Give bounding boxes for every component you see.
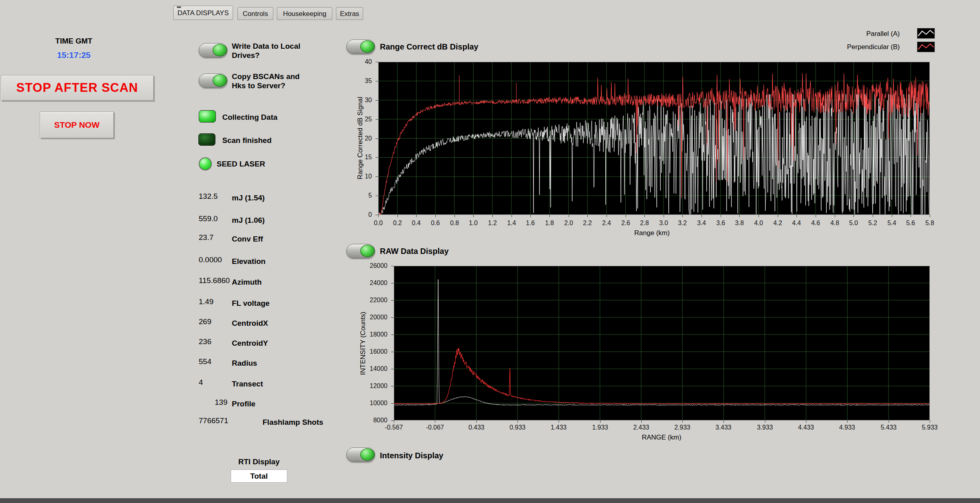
readout-label-centroidy: CentroidY: [232, 339, 268, 348]
readout-value-flashlamp-shots: 7766571: [199, 416, 232, 425]
x-tick-mark: [378, 215, 379, 217]
intensity-display-title: Intensity Display: [380, 451, 443, 460]
raw-data-plot: [394, 266, 930, 420]
x-tick-mark: [435, 215, 436, 217]
y-tick-mark: [391, 420, 394, 421]
readout-value-azimuth: 115.6860: [199, 276, 232, 285]
y-tick-mark: [375, 196, 378, 196]
x-tick-mark: [778, 215, 778, 217]
toggle-write-data-to-local-drives[interactable]: [199, 43, 227, 57]
readout-label-elevation: Elevation: [232, 257, 265, 266]
y-tick-label: 10: [344, 173, 372, 180]
x-tick-mark: [394, 420, 394, 423]
x-tick-label: 5.933: [916, 424, 944, 431]
toggle-range-correct-db-display[interactable]: [346, 40, 375, 54]
toggle-raw-data-display[interactable]: [346, 244, 375, 258]
tab-extras[interactable]: Extras: [336, 7, 363, 20]
range-correct-db-title: Range Correct dB Display: [380, 42, 478, 51]
x-tick-label: 4.933: [833, 424, 861, 431]
x-tick-label: 5.433: [875, 424, 903, 431]
readout-value-elevation: 0.0000: [199, 255, 232, 264]
y-tick-mark: [375, 100, 378, 101]
x-tick-label: 4.433: [792, 424, 820, 431]
x-tick-label: 0.933: [504, 424, 531, 431]
toggle-label-copy-bscans-and-hks-to-server: Copy BSCANs and Hks to Server?: [232, 72, 314, 90]
x-tick-mark: [721, 215, 721, 217]
y-tick-label: 10000: [360, 400, 387, 407]
tab-data-displays[interactable]: DATA DISPLAYS: [173, 6, 233, 20]
x-tick-mark: [530, 215, 531, 217]
toggle-range-correct-db-display-knob: [360, 40, 375, 53]
rti-display-label: RTI Display: [223, 457, 295, 466]
readout-value-profile: 139: [199, 398, 227, 407]
x-tick-mark: [806, 420, 806, 423]
parallel-line-sample-icon: [917, 28, 935, 38]
x-tick-mark: [454, 215, 455, 217]
x-tick-mark: [607, 215, 607, 217]
readout-label-radius: Radius: [232, 359, 257, 368]
toggle-label-write-data-to-local-drives: Write Data to Local Drives?: [232, 42, 314, 60]
perpendicular-line-sample-icon: [917, 42, 935, 52]
tab-controls[interactable]: Controls: [237, 7, 273, 20]
y-tick-label: 22000: [360, 297, 387, 304]
readout-value-centroidx: 269: [199, 317, 232, 326]
tab-label: Controls: [243, 10, 268, 18]
x-tick-mark: [397, 215, 398, 217]
chart1-x-axis-title: Range (km): [634, 229, 670, 237]
time-gmt-label: TIME GMT: [40, 37, 108, 46]
stop-after-scan-button[interactable]: STOP AFTER SCAN: [1, 75, 154, 101]
readout-label-flashlamp-shots: Flashlamp Shots: [263, 418, 323, 427]
readout-label-mj-1-06: mJ (1.06): [232, 216, 265, 225]
toggle-intensity-display[interactable]: [346, 448, 375, 462]
legend-parallel-a-swatch: [917, 28, 935, 39]
x-tick-mark: [416, 215, 417, 217]
x-tick-label: 0.433: [462, 424, 490, 431]
x-tick-mark: [765, 420, 765, 423]
x-tick-mark: [664, 215, 664, 217]
readout-label-transect: Transect: [232, 380, 263, 388]
y-tick-label: 15: [344, 154, 372, 161]
legend-perpendicular-b-label: Perpendicular (B): [812, 43, 900, 51]
x-tick-label: -0.567: [380, 424, 408, 431]
x-tick-mark: [587, 215, 588, 217]
y-tick-mark: [375, 215, 378, 215]
stop-now-button[interactable]: STOP NOW: [40, 111, 114, 138]
x-tick-mark: [701, 215, 702, 217]
y-tick-label: 25: [344, 116, 372, 123]
x-tick-label: 5.8: [916, 220, 944, 227]
x-tick-mark: [930, 420, 930, 423]
x-tick-mark: [435, 420, 435, 423]
y-tick-mark: [391, 266, 394, 266]
chart2-x-axis-title: RANGE (km): [642, 434, 681, 442]
x-tick-mark: [549, 215, 550, 217]
x-tick-mark: [816, 215, 816, 217]
y-tick-mark: [391, 386, 394, 386]
led-collecting-data: [199, 110, 216, 123]
x-tick-label: 2.933: [668, 424, 696, 431]
readout-value-centroidy: 236: [199, 337, 232, 346]
tab-housekeeping[interactable]: Housekeeping: [277, 7, 332, 20]
x-tick-mark: [854, 215, 854, 217]
y-tick-label: 40: [344, 58, 372, 65]
led-seed-laser: [199, 157, 212, 170]
tab-focus-marker: [177, 6, 181, 8]
led-label-collecting-data: Collecting Data: [222, 113, 277, 122]
y-tick-mark: [391, 369, 394, 369]
x-tick-mark: [911, 215, 911, 217]
toggle-copy-bscans-and-hks-to-server[interactable]: [199, 73, 227, 88]
x-tick-mark: [759, 215, 759, 217]
y-tick-mark: [391, 300, 394, 301]
y-tick-mark: [375, 139, 378, 139]
x-tick-mark: [559, 420, 559, 423]
range-correct-db-plot: [378, 62, 930, 215]
x-tick-mark: [739, 215, 740, 217]
x-tick-mark: [889, 420, 889, 423]
y-tick-label: 0: [344, 211, 372, 218]
y-tick-mark: [375, 176, 378, 177]
x-tick-mark: [796, 215, 797, 217]
rti-display-selector[interactable]: Total: [231, 469, 287, 483]
y-tick-mark: [375, 62, 378, 62]
readout-value-transect: 4: [199, 378, 232, 387]
x-tick-mark: [682, 215, 683, 217]
led-label-scan-finished: Scan finished: [222, 136, 272, 145]
